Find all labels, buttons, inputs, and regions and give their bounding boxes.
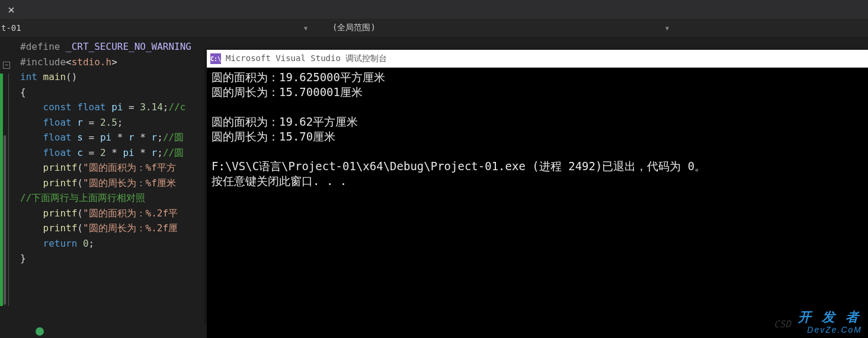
change-indicator-bar — [0, 74, 3, 306]
status-bar — [0, 325, 207, 338]
chevron-down-icon: ▼ — [304, 25, 308, 31]
chevron-down-icon: ▼ — [665, 25, 669, 31]
tab-bar: × — [0, 0, 868, 19]
fold-toggle-icon[interactable]: − — [3, 62, 10, 69]
scope-dropdown[interactable]: (全局范围) ▼ — [316, 21, 672, 35]
scope-dropdown-label: (全局范围) — [332, 23, 376, 33]
debug-console-window: C:\ Microsoft Visual Studio 调试控制台 圆的面积为：… — [207, 50, 868, 338]
fold-guide-line — [8, 74, 9, 306]
project-dropdown[interactable]: t-01 ▼ — [0, 21, 311, 35]
context-dropdown-row: t-01 ▼ (全局范围) ▼ — [0, 19, 868, 37]
console-output[interactable]: 圆的面积为：19.625000平方厘米 圆的周长为：15.700001厘米 圆的… — [207, 68, 868, 191]
project-dropdown-label: t-01 — [1, 23, 21, 33]
tab-close-button[interactable]: × — [3, 2, 20, 17]
csdn-watermark: CSD — [774, 318, 791, 330]
brace-scope-marker — [4, 135, 6, 305]
console-app-icon: C:\ — [210, 53, 221, 64]
status-indicator-icon — [36, 327, 44, 336]
console-title-bar[interactable]: C:\ Microsoft Visual Studio 调试控制台 — [207, 50, 868, 68]
console-title-text: Microsoft Visual Studio 调试控制台 — [226, 53, 387, 64]
